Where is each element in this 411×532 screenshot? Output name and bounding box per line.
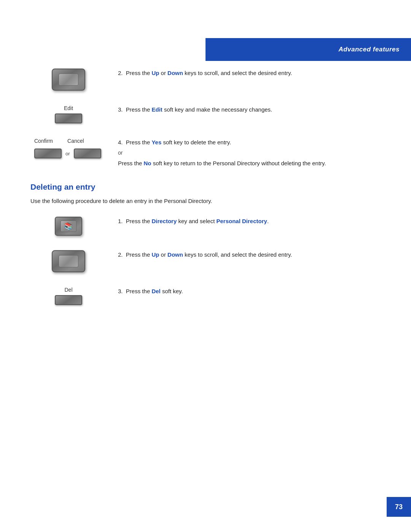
page-number: 73 <box>395 503 403 511</box>
step-row-2: Edit 3. Press the Edit soft key and make… <box>30 105 381 123</box>
no-keyword: No <box>144 160 151 166</box>
edit-soft-key <box>55 113 82 123</box>
cancel-label: Cancel <box>67 138 84 144</box>
text-col-del-3: 3. Press the Del soft key. <box>107 287 381 296</box>
up-keyword-2: Up <box>151 251 159 258</box>
step-2-text: 2. Press the Up or Down keys to scroll, … <box>118 70 292 76</box>
confirm-cancel-btns: or <box>34 149 101 158</box>
deleting-section-heading: Deleting an entry <box>30 182 381 192</box>
text-col-del-2: 2. Press the Up or Down keys to scroll, … <box>107 250 381 259</box>
dir-btn-inner: 📚 <box>61 220 76 232</box>
nav-key-button-2 <box>52 250 85 272</box>
personal-directory-keyword: Personal Directory <box>216 218 267 224</box>
step-2-num: 2. <box>118 70 126 76</box>
text-col-1: 2. Press the Up or Down keys to scroll, … <box>107 69 381 77</box>
del-step-row-1: 📚 1. Press the Directory key and select … <box>30 217 381 236</box>
step-3-num: 3. <box>118 106 126 113</box>
del-step-2-num: 2. <box>118 251 126 258</box>
del-soft-key <box>55 295 82 305</box>
up-keyword: Up <box>151 70 159 76</box>
step-row-1: 2. Press the Up or Down keys to scroll, … <box>30 69 381 91</box>
icon-col-editkey: Edit <box>30 105 107 123</box>
text-col-3: 4. Press the Yes soft key to delete the … <box>107 138 381 168</box>
edit-label: Edit <box>64 105 73 111</box>
page: Advanced features 2. Press the Up or Dow… <box>0 0 411 532</box>
book-icon: 📚 <box>64 223 73 230</box>
page-number-box: 73 <box>387 497 411 517</box>
del-step-1-text: 1. Press the Directory key and select Pe… <box>118 218 269 224</box>
icon-col-navkey-2 <box>30 250 107 272</box>
confirm-soft-key <box>34 149 62 158</box>
step-3-text: 3. Press the Edit soft key and make the … <box>118 106 272 113</box>
down-keyword-2: Down <box>167 251 183 258</box>
or-between-keys: or <box>65 151 70 157</box>
del-label: Del <box>64 287 72 293</box>
del-step-3-text: 3. Press the Del soft key. <box>118 288 183 294</box>
text-col-2: 3. Press the Edit soft key and make the … <box>107 105 381 114</box>
deleting-section-desc: Use the following procedure to delete an… <box>30 197 381 206</box>
icon-col-navkey-1 <box>30 69 107 91</box>
icon-col-dirkey: 📚 <box>30 217 107 236</box>
del-step-3-num: 3. <box>118 288 126 294</box>
header-bar: Advanced features <box>206 38 411 61</box>
edit-keyword: Edit <box>151 106 162 113</box>
nav-key-button-1 <box>52 69 85 91</box>
down-keyword: Down <box>167 70 183 76</box>
yes-keyword: Yes <box>151 139 161 145</box>
del-step-row-3: Del 3. Press the Del soft key. <box>30 287 381 305</box>
confirm-label: Confirm <box>34 138 53 144</box>
icon-col-delkey: Del <box>30 287 107 305</box>
del-keyword: Del <box>151 288 160 294</box>
del-step-2-text: 2. Press the Up or Down keys to scroll, … <box>118 251 292 258</box>
confirm-cancel-col: Confirm Cancel or <box>30 138 107 158</box>
step-4-num: 4. <box>118 139 126 145</box>
directory-keyword: Directory <box>151 218 177 224</box>
step-4-text: 4. Press the Yes soft key to delete the … <box>118 139 231 145</box>
or-separator: or <box>118 150 381 156</box>
step-row-3: Confirm Cancel or 4. Press the Yes soft … <box>30 138 381 168</box>
confirm-cancel-labels: Confirm Cancel <box>34 138 84 146</box>
step-4-extra-text: Press the No soft key to return to the P… <box>118 160 326 166</box>
cancel-soft-key <box>74 149 101 158</box>
del-step-row-2: 2. Press the Up or Down keys to scroll, … <box>30 250 381 272</box>
del-step-1-num: 1. <box>118 218 126 224</box>
text-col-del-1: 1. Press the Directory key and select Pe… <box>107 217 381 225</box>
directory-key-button: 📚 <box>55 217 82 236</box>
main-content: 2. Press the Up or Down keys to scroll, … <box>0 69 411 320</box>
header-title: Advanced features <box>338 46 400 53</box>
